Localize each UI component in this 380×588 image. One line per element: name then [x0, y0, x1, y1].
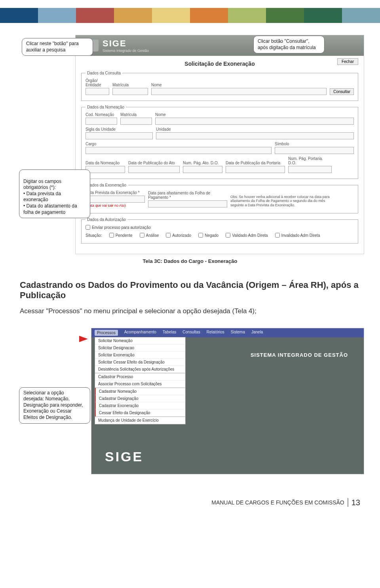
menu-relatorios[interactable]: Relatórios: [207, 330, 224, 336]
opt-analise[interactable]: [140, 233, 144, 238]
fechar-button[interactable]: Fechar: [337, 58, 358, 65]
dd-item[interactable]: Solicitar Exoneração: [95, 352, 185, 359]
datanom-field: [86, 166, 125, 173]
menubar: Processos Acompanhamento Tabelas Consult…: [91, 328, 364, 337]
label-dataafast: Data para afastamento da Folha de Pagame…: [148, 191, 227, 200]
fieldset-autorizacao: Dados da Autorização Enviar processo par…: [81, 217, 358, 244]
screenshot-menu: Processos Acompanhamento Tabelas Consult…: [91, 328, 364, 474]
label-codnom: Cod. Nomeação: [86, 112, 117, 117]
nome2-field: [155, 118, 354, 125]
legend-nomeacao: Dados da Nomeação: [86, 105, 126, 109]
opt-negado[interactable]: [198, 233, 203, 238]
dd-item[interactable]: Solicitar Cessar Efeito da Designação: [95, 359, 185, 366]
menu-janela[interactable]: Janela: [251, 330, 263, 336]
caption-tela3c: Tela 3C: Dados do Cargo - Exoneração: [0, 258, 380, 264]
callout-text: Clicar neste "botão" para auxiliar a pes…: [26, 41, 79, 53]
label-datapub: Data de Publicação do Ato: [128, 161, 180, 165]
opt-validado[interactable]: [226, 233, 230, 238]
menu-sistema[interactable]: Sistema: [231, 330, 245, 336]
numpagport-field: [288, 166, 332, 173]
callout-required-fields: Digitar os campos obrigatórios (*): • Da…: [19, 169, 90, 218]
dd-item-highlight[interactable]: Cessar Efeito da Designação: [95, 409, 185, 417]
nome-input[interactable]: [151, 88, 327, 95]
label-unidade: Unidade: [156, 127, 354, 131]
opt-validado-label: Validado Adm Direta: [232, 233, 268, 238]
numpag-field: [183, 166, 222, 173]
menu-tabelas[interactable]: Tabelas: [163, 330, 176, 336]
page-title: Solicitação de Exoneração: [81, 61, 358, 67]
page-footer: MANUAL DE CARGOS E FUNÇÕES EM COMISSÃO 1…: [0, 498, 360, 507]
dataprev-hint: (Data que vai sair no Ato): [86, 204, 145, 207]
situacao-label: Situação:: [86, 233, 102, 238]
callout-text: Selecionar a opção desejada: Nomeação, D…: [23, 390, 83, 420]
opt-invalidado[interactable]: [275, 233, 280, 238]
consultar-button[interactable]: Consultar: [330, 88, 354, 95]
fieldset-exoneracao: Dados da Exoneração Data Prevista da Exo…: [81, 183, 358, 213]
label-datanom: Data da Nomeação: [86, 161, 125, 165]
legend-exoneracao: Dados da Exoneração: [86, 183, 128, 187]
callout-text: Digitar os campos obrigatórios (*): • Da…: [23, 179, 77, 215]
dd-item[interactable]: Desistência Solicitações após Autorizaçõ…: [95, 366, 185, 373]
app-brand-sub: Sistema Integrado de Gestão: [103, 49, 149, 53]
form-body: Fechar Solicitação de Exoneração Dados d…: [76, 56, 364, 254]
dd-item[interactable]: Cadastrar Processo: [95, 373, 185, 381]
menu-acompanhamento[interactable]: Acompanhamento: [124, 330, 156, 336]
label-matricula2: Matrícula: [120, 112, 152, 117]
opt-analise-label: Análise: [146, 233, 159, 238]
dataafast-input[interactable]: [148, 200, 227, 207]
datapubport-field: [226, 166, 285, 173]
red-arrow-icon: [79, 336, 88, 342]
page-number: 13: [352, 498, 360, 507]
simbolo-field: [275, 147, 354, 154]
orgao-input[interactable]: [86, 88, 109, 95]
dd-item-highlight[interactable]: Cadastrar Designação: [95, 395, 185, 402]
dd-item[interactable]: Solicitar Nomeação: [95, 337, 185, 344]
sigla-field: [86, 132, 153, 139]
dd-item-highlight[interactable]: Cadastrar Nomeação: [95, 388, 185, 395]
dd-item[interactable]: Solicitar Designacao: [95, 344, 185, 352]
footer-divider: [348, 498, 348, 507]
enviar-checkbox[interactable]: [86, 225, 90, 230]
dd-item[interactable]: Associar Processo com Solicitações: [95, 381, 185, 388]
matricula-input[interactable]: [112, 88, 148, 95]
callout-consultar: Clicar botão "Consultar", após digitação…: [253, 36, 325, 53]
dd-item[interactable]: Mudança de Unidade de Exercício: [95, 417, 185, 424]
codnom-field: [86, 118, 117, 125]
legend-autorizacao: Dados da Autorização: [86, 217, 127, 222]
footer-text: MANUAL DE CARGOS E FUNÇÕES EM COMISSÃO: [211, 499, 344, 506]
banner-text: SISTEMA INTEGRADO DE GESTÃO: [251, 352, 348, 358]
label-numpagport: Num. Pág. Portaria. D.O.: [288, 156, 332, 165]
dropdown-processos: Solicitar Nomeação Solicitar Designacao …: [95, 337, 186, 424]
enviar-label: Enviar processo para autorização: [92, 225, 151, 230]
opt-pendente[interactable]: [109, 233, 114, 238]
app-brand: SIGE: [103, 38, 149, 49]
menu-processos[interactable]: Processos: [95, 330, 118, 336]
fieldset-nomeacao: Dados da Nomeação Cod. Nomeação Matrícul…: [81, 105, 358, 179]
cargo-field: [86, 147, 272, 154]
section-paragraph: Acessar "Processos" no menu principal e …: [20, 306, 360, 316]
label-datapubport: Data de Publicação da Portaria: [226, 161, 285, 165]
callout-text: Clicar botão "Consultar", após digitação…: [258, 38, 316, 50]
opt-negado-label: Negado: [205, 233, 218, 238]
label-nome2: Nome: [155, 112, 354, 117]
label-numpag: Num. Pág. Ato. D.O.: [183, 161, 222, 165]
screenshot-exoneracao: ✦ SIGE Sistema Integrado de Gestão Fecha…: [75, 35, 364, 254]
label-simbolo: Símbolo: [275, 142, 354, 146]
opt-pendente-label: Pendente: [116, 233, 133, 238]
opt-autorizado-label: Autorizado: [172, 233, 191, 238]
label-matricula: Matrícula: [112, 83, 148, 87]
opt-autorizado[interactable]: [166, 233, 171, 238]
label-dataprev: Data Prevista da Exoneração *: [86, 190, 145, 195]
sige-wordmark: SIGE: [105, 449, 143, 464]
section-heading: Cadastrando os Dados do Provimento ou da…: [20, 280, 360, 301]
opt-invalidado-label: Invalidado Adm Direta: [281, 233, 320, 238]
matricula2-field: [120, 118, 152, 125]
top-color-ribbon: [0, 8, 380, 23]
unidade-field: [156, 132, 354, 139]
label-nome: Nome: [151, 83, 327, 87]
callout-search-help: Clicar neste "botão" para auxiliar a pes…: [22, 38, 93, 56]
fieldset-consulta: Dados da Consulta Órgão/ Entidade Matríc…: [81, 71, 358, 101]
dd-item-highlight[interactable]: Cadastrar Exoneração: [95, 402, 185, 409]
menu-consultas[interactable]: Consultas: [182, 330, 200, 336]
dataprev-input[interactable]: [86, 196, 145, 203]
